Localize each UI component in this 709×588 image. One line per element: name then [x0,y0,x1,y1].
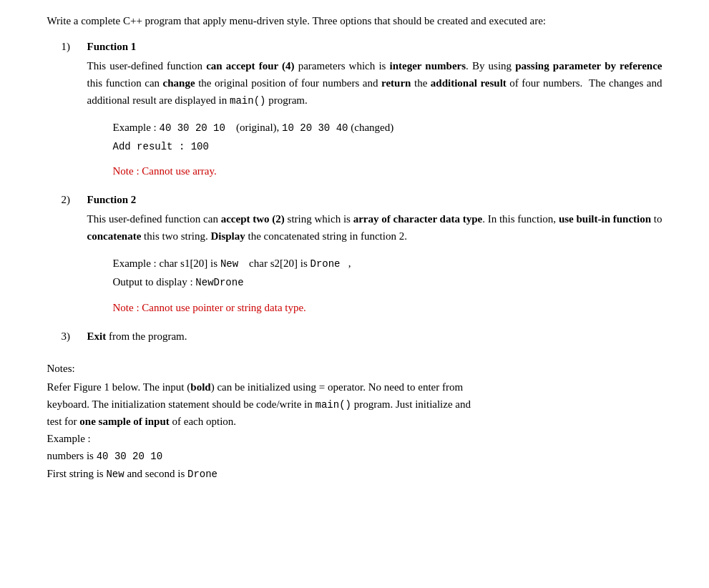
bold-return: return [381,77,411,89]
bold-accept-four: can accept four (4) [206,60,294,72]
notes-example-label: Example : [47,430,662,447]
code-main-1: main() [230,95,265,107]
notes-code-main: main() [316,399,351,411]
bold-integer-numbers: integer numbers [390,60,466,72]
code-drone: Drone [311,258,341,270]
notes-code-drone-2: Drone [187,469,217,480]
exit-label: Exit from the program. [87,330,187,343]
notes-line-1: Refer Figure 1 below. The input (bold) c… [47,378,662,396]
code-changed-values: 10 20 30 40 [282,122,348,134]
example-2-line2: Output to display : NewDrone [113,273,662,292]
bold-array-char: array of character data type [353,213,483,225]
bold-additional-result: additional result [431,77,507,89]
page-content: Write a complete C++ program that apply … [47,7,662,482]
intro-paragraph: Write a complete C++ program that apply … [47,13,662,29]
code-newdrone: NewDrone [195,277,243,288]
function-1-note: Note : Cannot use array. [113,162,662,180]
function-1-title: Function 1 [87,41,137,53]
example-2-line1: Example : char s1[20] is New char s2[20]… [113,255,662,273]
notes-section: Notes: Refer Figure 1 below. The input (… [47,360,662,482]
list-item-1: 1) Function 1 This user-defined function… [62,41,662,180]
code-add-result: Add result : 100 [113,141,209,152]
bold-concatenate: concatenate [87,230,142,242]
list-item-2: 2) Function 2 This user-defined function… [62,194,662,316]
notes-title: Notes: [47,360,662,377]
bold-display: Display [210,230,245,242]
function-2-example: Example : char s1[20] is New char s2[20]… [113,255,662,292]
list-item-3: 3) Exit from the program. [62,330,662,343]
item-number-2: 2) [62,194,87,206]
notes-line-2: keyboard. The initialization statement s… [47,396,662,413]
item-number-1: 1) [62,41,87,53]
code-original-values: 40 30 20 10 [159,122,225,134]
notes-strings-example: First string is New and second is Drone [47,465,662,482]
item-number-3: 3) [62,330,87,343]
function-2-note: Note : Cannot use pointer or string data… [113,299,662,316]
example-1-line2: Add result : 100 [113,137,662,156]
notes-bold-one-sample: one sample of input [79,416,169,427]
main-list: 1) Function 1 This user-defined function… [47,41,662,343]
code-new: New [220,258,238,270]
notes-code-new: New [106,469,124,480]
notes-code-numbers: 40 30 20 10 [97,451,162,462]
bold-built-in: use built-in function [559,213,651,225]
function-2-body: This user-defined function can accept tw… [87,210,662,316]
function-2-desc: This user-defined function can accept tw… [87,210,662,245]
bold-change: change [163,77,195,89]
function-1-desc: This user-defined function can accept fo… [87,57,662,109]
function-1-body: This user-defined function can accept fo… [87,57,662,180]
bold-accept-two: accept two (2) [221,213,285,225]
function-2-title: Function 2 [87,194,137,206]
bold-passing-param: passing parameter by reference [515,60,662,72]
notes-numbers-example: numbers is 40 30 20 10 [47,447,662,464]
notes-bold-input: bold [190,381,210,393]
function-1-example: Example : 40 30 20 10 (original), 10 20 … [113,119,662,156]
notes-line-3: test for one sample of input of each opt… [47,413,662,430]
example-1-line1: Example : 40 30 20 10 (original), 10 20 … [113,119,662,137]
